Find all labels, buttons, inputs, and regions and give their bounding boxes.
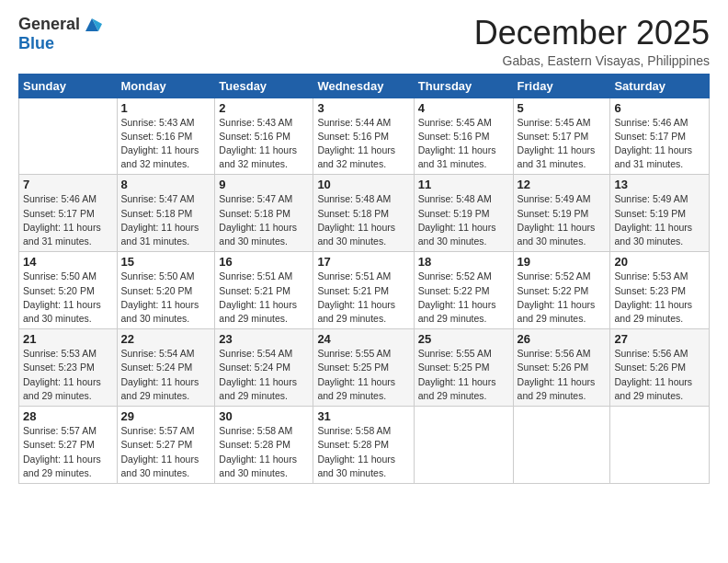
- logo-icon: [82, 15, 102, 35]
- calendar-cell: 29Sunrise: 5:57 AMSunset: 5:27 PMDayligh…: [117, 407, 215, 484]
- day-number: 20: [614, 255, 705, 269]
- day-number: 17: [317, 255, 409, 269]
- calendar-cell: 10Sunrise: 5:48 AMSunset: 5:18 PMDayligh…: [313, 175, 414, 252]
- day-number: 5: [518, 101, 607, 115]
- calendar-cell: 23Sunrise: 5:54 AMSunset: 5:24 PMDayligh…: [215, 329, 313, 407]
- weekday-header: Thursday: [414, 74, 513, 98]
- calendar-cell: 4Sunrise: 5:45 AMSunset: 5:16 PMDaylight…: [414, 98, 513, 175]
- day-number: 16: [219, 255, 309, 269]
- calendar-cell: 6Sunrise: 5:46 AMSunset: 5:17 PMDaylight…: [610, 98, 710, 175]
- calendar-cell: 11Sunrise: 5:48 AMSunset: 5:19 PMDayligh…: [414, 175, 513, 252]
- day-info: Sunrise: 5:57 AMSunset: 5:27 PMDaylight:…: [121, 424, 211, 480]
- day-info: Sunrise: 5:50 AMSunset: 5:20 PMDaylight:…: [121, 270, 211, 326]
- weekday-header: Saturday: [610, 74, 710, 98]
- day-info: Sunrise: 5:53 AMSunset: 5:23 PMDaylight:…: [614, 270, 705, 326]
- day-info: Sunrise: 5:52 AMSunset: 5:22 PMDaylight:…: [418, 270, 509, 326]
- day-info: Sunrise: 5:46 AMSunset: 5:17 PMDaylight:…: [614, 116, 705, 172]
- calendar-cell: [19, 98, 118, 175]
- day-number: 4: [418, 101, 509, 115]
- calendar-cell: 19Sunrise: 5:52 AMSunset: 5:22 PMDayligh…: [513, 252, 610, 329]
- calendar-cell: 25Sunrise: 5:55 AMSunset: 5:25 PMDayligh…: [414, 329, 513, 407]
- title-block: December 2025 Gabas, Eastern Visayas, Ph…: [474, 15, 710, 68]
- day-info: Sunrise: 5:58 AMSunset: 5:28 PMDaylight:…: [219, 424, 309, 480]
- day-number: 29: [121, 409, 211, 423]
- day-number: 10: [317, 178, 409, 191]
- day-number: 2: [219, 101, 309, 115]
- day-number: 14: [23, 255, 113, 269]
- calendar-cell: [610, 407, 710, 484]
- day-number: 19: [518, 255, 607, 269]
- calendar-cell: 9Sunrise: 5:47 AMSunset: 5:18 PMDaylight…: [215, 175, 313, 252]
- day-number: 18: [418, 255, 509, 269]
- calendar-cell: 1Sunrise: 5:43 AMSunset: 5:16 PMDaylight…: [117, 98, 215, 175]
- day-info: Sunrise: 5:49 AMSunset: 5:19 PMDaylight:…: [614, 192, 705, 248]
- day-info: Sunrise: 5:56 AMSunset: 5:26 PMDaylight:…: [614, 347, 705, 403]
- day-number: 8: [121, 178, 211, 191]
- calendar-cell: 21Sunrise: 5:53 AMSunset: 5:23 PMDayligh…: [19, 329, 118, 407]
- page: General Blue December 2025 Gabas, Easter…: [0, 0, 728, 563]
- day-info: Sunrise: 5:51 AMSunset: 5:21 PMDaylight:…: [219, 270, 309, 326]
- day-info: Sunrise: 5:47 AMSunset: 5:18 PMDaylight:…: [121, 192, 211, 248]
- weekday-header: Wednesday: [313, 74, 414, 98]
- logo: General Blue: [18, 15, 102, 53]
- calendar-cell: 5Sunrise: 5:45 AMSunset: 5:17 PMDaylight…: [513, 98, 610, 175]
- day-number: 7: [23, 178, 113, 191]
- weekday-header: Tuesday: [215, 74, 313, 98]
- day-number: 24: [317, 332, 409, 346]
- day-info: Sunrise: 5:49 AMSunset: 5:19 PMDaylight:…: [518, 192, 607, 248]
- calendar-cell: 12Sunrise: 5:49 AMSunset: 5:19 PMDayligh…: [513, 175, 610, 252]
- location: Gabas, Eastern Visayas, Philippines: [474, 53, 710, 68]
- day-info: Sunrise: 5:43 AMSunset: 5:16 PMDaylight:…: [219, 116, 309, 172]
- weekday-header: Friday: [513, 74, 610, 98]
- day-number: 22: [121, 332, 211, 346]
- weekday-header: Monday: [117, 74, 215, 98]
- calendar-cell: 26Sunrise: 5:56 AMSunset: 5:26 PMDayligh…: [513, 329, 610, 407]
- calendar-cell: 18Sunrise: 5:52 AMSunset: 5:22 PMDayligh…: [414, 252, 513, 329]
- day-number: 27: [614, 332, 705, 346]
- calendar-cell: 20Sunrise: 5:53 AMSunset: 5:23 PMDayligh…: [610, 252, 710, 329]
- day-number: 30: [219, 409, 309, 423]
- day-info: Sunrise: 5:43 AMSunset: 5:16 PMDaylight:…: [121, 116, 211, 172]
- day-info: Sunrise: 5:48 AMSunset: 5:19 PMDaylight:…: [418, 192, 509, 248]
- day-number: 6: [614, 101, 705, 115]
- calendar-cell: 7Sunrise: 5:46 AMSunset: 5:17 PMDaylight…: [19, 175, 118, 252]
- day-number: 12: [518, 178, 607, 191]
- calendar-cell: 28Sunrise: 5:57 AMSunset: 5:27 PMDayligh…: [19, 407, 118, 484]
- day-info: Sunrise: 5:47 AMSunset: 5:18 PMDaylight:…: [219, 192, 309, 248]
- day-number: 3: [317, 101, 409, 115]
- calendar-week-row: 28Sunrise: 5:57 AMSunset: 5:27 PMDayligh…: [19, 407, 710, 484]
- day-number: 11: [418, 178, 509, 191]
- logo-general-text: General: [18, 16, 80, 34]
- calendar-cell: 15Sunrise: 5:50 AMSunset: 5:20 PMDayligh…: [117, 252, 215, 329]
- day-info: Sunrise: 5:45 AMSunset: 5:17 PMDaylight:…: [518, 116, 607, 172]
- calendar-week-row: 21Sunrise: 5:53 AMSunset: 5:23 PMDayligh…: [19, 329, 710, 407]
- calendar-cell: 14Sunrise: 5:50 AMSunset: 5:20 PMDayligh…: [19, 252, 118, 329]
- day-info: Sunrise: 5:48 AMSunset: 5:18 PMDaylight:…: [317, 192, 409, 248]
- day-number: 15: [121, 255, 211, 269]
- day-number: 31: [317, 409, 409, 423]
- day-info: Sunrise: 5:56 AMSunset: 5:26 PMDaylight:…: [518, 347, 607, 403]
- day-info: Sunrise: 5:52 AMSunset: 5:22 PMDaylight:…: [518, 270, 607, 326]
- day-info: Sunrise: 5:45 AMSunset: 5:16 PMDaylight:…: [418, 116, 509, 172]
- day-info: Sunrise: 5:55 AMSunset: 5:25 PMDaylight:…: [317, 347, 409, 403]
- calendar-cell: 22Sunrise: 5:54 AMSunset: 5:24 PMDayligh…: [117, 329, 215, 407]
- day-number: 1: [121, 101, 211, 115]
- logo-blue-text: Blue: [18, 35, 54, 53]
- day-number: 9: [219, 178, 309, 191]
- day-number: 13: [614, 178, 705, 191]
- day-info: Sunrise: 5:50 AMSunset: 5:20 PMDaylight:…: [23, 270, 113, 326]
- calendar-week-row: 1Sunrise: 5:43 AMSunset: 5:16 PMDaylight…: [19, 98, 710, 175]
- calendar-cell: 27Sunrise: 5:56 AMSunset: 5:26 PMDayligh…: [610, 329, 710, 407]
- calendar-week-row: 14Sunrise: 5:50 AMSunset: 5:20 PMDayligh…: [19, 252, 710, 329]
- calendar-cell: 31Sunrise: 5:58 AMSunset: 5:28 PMDayligh…: [313, 407, 414, 484]
- day-info: Sunrise: 5:54 AMSunset: 5:24 PMDaylight:…: [219, 347, 309, 403]
- day-info: Sunrise: 5:46 AMSunset: 5:17 PMDaylight:…: [23, 192, 113, 248]
- day-number: 21: [23, 332, 113, 346]
- day-number: 28: [23, 409, 113, 423]
- weekday-header: Sunday: [19, 74, 118, 98]
- day-number: 26: [518, 332, 607, 346]
- calendar-cell: [513, 407, 610, 484]
- calendar-cell: 16Sunrise: 5:51 AMSunset: 5:21 PMDayligh…: [215, 252, 313, 329]
- calendar-cell: 13Sunrise: 5:49 AMSunset: 5:19 PMDayligh…: [610, 175, 710, 252]
- day-info: Sunrise: 5:53 AMSunset: 5:23 PMDaylight:…: [23, 347, 113, 403]
